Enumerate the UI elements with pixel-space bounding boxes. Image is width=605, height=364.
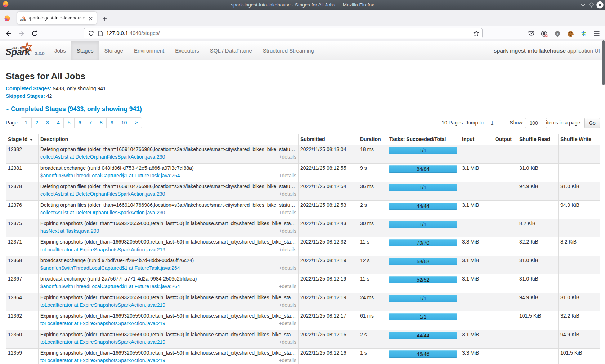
svg-text:UO: UO xyxy=(556,32,559,35)
svg-text:Spark: Spark xyxy=(20,18,26,21)
